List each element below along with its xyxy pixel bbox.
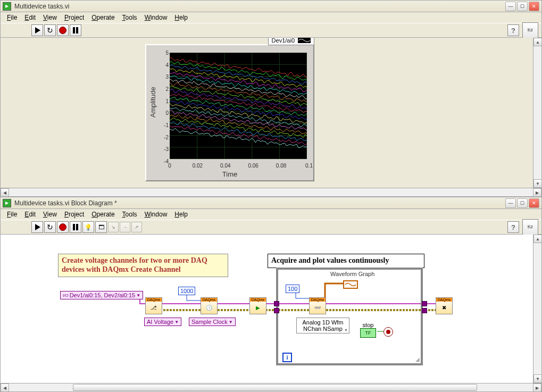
scroll-up-button[interactable]: ▲ [533,235,542,243]
daqmx-header: DAQmx [250,298,266,302]
y-tick: 0 [157,110,169,116]
dropdown-arrow-icon[interactable]: ▼ [136,293,140,298]
vi-icon-pane[interactable]: ⎘2 [522,22,538,38]
scroll-left-button[interactable]: ◀ [1,383,9,392]
scroll-up-button[interactable]: ▲ [533,38,542,46]
loop-tunnel-task-out[interactable] [422,301,427,306]
pause-button[interactable] [70,24,81,36]
samples-constant[interactable]: 100 [286,285,299,293]
pause-button[interactable] [70,221,81,233]
daqmx-read-vi[interactable]: DAQmx 👓 [309,297,326,314]
block-diagram-canvas[interactable]: Create voltage channels for two or more … [1,235,533,383]
daqmx-create-channel-vi[interactable]: DAQmx ⎇ [145,297,162,314]
menu-project[interactable]: Project [61,13,87,22]
retain-wire-values-button[interactable] [95,221,107,233]
rate-constant[interactable]: 1000 [178,287,195,295]
menu-help[interactable]: Help [171,210,191,219]
maximize-button[interactable]: ☐ [517,2,528,11]
titlebar[interactable]: ▶ Multidevice tasks.vi — ☐ ✕ [1,1,541,12]
run-continuously-button[interactable] [44,221,56,233]
stop-button-terminal[interactable]: stop TF [360,322,376,338]
scroll-left-button[interactable]: ◀ [1,188,9,197]
menu-operate[interactable]: Operate [88,210,118,219]
horizontal-scrollbar[interactable]: ◀ ▶ [1,383,541,391]
menu-project[interactable]: Project [61,210,87,219]
daqmx-header: DAQmx [146,298,162,302]
polymorphic-selector-read[interactable]: Analog 1D Wfm NChan NSamp ▼ [296,318,349,333]
minimize-button[interactable]: — [505,198,516,208]
minimize-button[interactable]: — [505,2,516,11]
waveform-graph-terminal[interactable] [343,280,358,289]
comment-create-channels: Create voltage channels for two or more … [58,254,228,277]
context-help-button[interactable]: ? [507,221,519,233]
front-panel-canvas[interactable]: Dev1/ai0 Amplitude Time -4-3-2-101234500… [1,38,533,188]
window-title: Multidevice tasks.vi Block Diagram * [14,199,505,207]
clock-icon: 🕓 [206,302,212,314]
menu-view[interactable]: View [40,210,60,219]
waveform-graph[interactable]: Dev1/ai0 Amplitude Time -4-3-2-101234500… [145,44,314,181]
loop-tunnel-task[interactable] [274,301,279,306]
menu-edit[interactable]: Edit [21,13,39,22]
vertical-scrollbar[interactable]: ▲ ▼ [533,38,541,188]
x-tick: 0 [168,163,171,169]
dropdown-arrow-icon[interactable]: ▼ [174,320,179,324]
titlebar[interactable]: ▶ Multidevice tasks.vi Block Diagram * —… [1,197,541,209]
resize-handle-icon[interactable]: ◢ [415,356,420,362]
menu-edit[interactable]: Edit [21,210,39,219]
scroll-down-button[interactable]: ▼ [533,179,542,188]
y-tick: 5 [157,50,169,56]
abort-button[interactable] [57,221,69,233]
dropdown-arrow-icon[interactable]: ▼ [344,328,348,332]
abort-button[interactable] [57,24,69,36]
close-button[interactable]: ✕ [529,2,539,11]
vertical-scrollbar[interactable]: ▲ ▼ [533,235,541,383]
step-out-button[interactable]: ↗ [131,222,142,232]
run-continuously-button[interactable] [44,24,56,36]
scroll-down-button[interactable]: ▼ [533,374,542,383]
x-tick: 0.1 [305,163,313,169]
menu-file[interactable]: File [4,13,20,22]
menu-help[interactable]: Help [171,13,191,22]
legend-sample-icon [298,38,311,43]
menu-window[interactable]: Window [141,210,171,219]
polymorphic-selector-voltage[interactable]: AI Voltage ▼ [144,318,181,326]
menu-view[interactable]: View [40,13,60,22]
x-tick: 0.04 [220,163,230,169]
iteration-terminal[interactable]: i [282,353,292,362]
scroll-right-button[interactable]: ▶ [533,383,541,392]
menu-file[interactable]: File [4,210,20,219]
daqmx-start-task-vi[interactable]: DAQmx ▶ [249,297,266,314]
menu-window[interactable]: Window [141,13,171,22]
polymorphic-selector-clock[interactable]: Sample Clock ▼ [189,318,236,326]
close-button[interactable]: ✕ [529,198,539,208]
stop-label: stop [360,322,376,328]
run-button[interactable] [31,221,43,233]
dropdown-arrow-icon[interactable]: ▼ [229,320,233,324]
vi-icon-pane[interactable]: ⎘2 [522,219,538,235]
run-button[interactable] [31,24,43,36]
maximize-button[interactable]: ☐ [517,198,528,208]
y-tick: -2 [157,134,169,140]
horizontal-scrollbar[interactable]: ◀ ▶ [1,188,541,196]
loop-condition-terminal[interactable] [383,327,393,337]
scroll-right-button[interactable]: ▶ [533,188,541,197]
scroll-thumb[interactable] [73,384,477,391]
physical-channels-constant[interactable]: I/O Dev1/ai0:15, Dev2/ai0:15 ▼ [60,291,143,299]
waveform-graph-label: Waveform Graph [330,271,374,277]
menu-tools[interactable]: Tools [119,13,140,22]
menu-operate[interactable]: Operate [88,13,118,22]
x-tick: 0.08 [276,163,286,169]
menu-tools[interactable]: Tools [119,210,140,219]
vi-file-icon: ▶ [3,199,11,207]
step-over-button[interactable]: → [120,222,130,232]
plot-legend[interactable]: Dev1/ai0 [268,38,314,45]
daqmx-clear-task-vi[interactable]: DAQmx ✖ [436,297,453,314]
x-tick: 0.02 [193,163,203,169]
loop-tunnel-error-out[interactable] [422,308,427,313]
loop-tunnel-error[interactable] [274,308,279,313]
highlight-execution-button[interactable] [82,221,94,233]
plot-area [170,53,307,159]
daqmx-timing-vi[interactable]: DAQmx 🕓 [201,297,218,314]
step-into-button[interactable]: ↘ [108,222,119,232]
context-help-button[interactable]: ? [507,24,519,36]
